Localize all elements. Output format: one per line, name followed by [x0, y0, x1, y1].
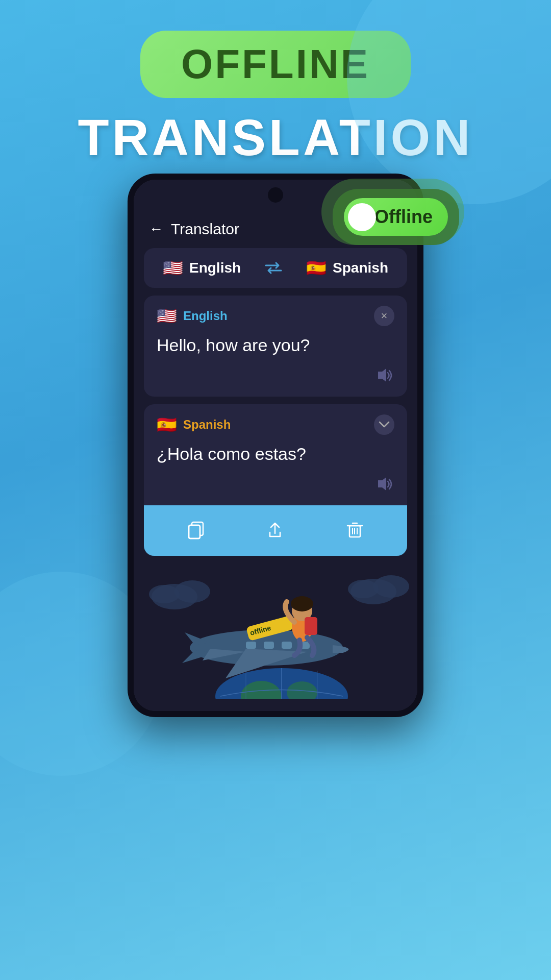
phone-notch [268, 187, 283, 203]
spanish-card-header: 🇪🇸 Spanish [157, 414, 394, 435]
spanish-card-footer [157, 475, 394, 495]
english-card-header: 🇺🇸 English × [157, 306, 394, 326]
close-icon: × [381, 309, 388, 323]
target-language-option[interactable]: 🇪🇸 Spanish [306, 258, 388, 278]
svg-rect-3 [189, 525, 200, 538]
offline-toggle-container: Offline [333, 189, 459, 245]
source-language-name: English [189, 260, 241, 276]
english-card: 🇺🇸 English × Hello, how are you? [144, 296, 407, 397]
svg-point-10 [373, 575, 409, 598]
offline-toggle-bg: Offline [333, 189, 459, 245]
language-bar: 🇺🇸 English 🇪🇸 Spanish [144, 248, 407, 288]
share-button[interactable] [264, 518, 287, 543]
target-flag-icon: 🇪🇸 [306, 258, 327, 278]
english-card-footer [157, 366, 394, 386]
spanish-text: ¿Hola como estas? [157, 443, 394, 465]
source-language-option[interactable]: 🇺🇸 English [163, 258, 241, 278]
phone-screen: ← Translator 🇺🇸 English 🇪🇸 Spanis [134, 180, 417, 711]
copy-button[interactable] [185, 518, 208, 543]
svg-rect-15 [282, 642, 292, 649]
phone-side-button [421, 256, 423, 297]
english-flag-icon: 🇺🇸 [157, 306, 177, 326]
svg-rect-14 [264, 642, 274, 649]
swap-languages-button[interactable] [263, 260, 284, 276]
action-bar [144, 505, 407, 556]
phone-container: Offline ← Translator 🇺🇸 English [117, 174, 434, 717]
svg-rect-22 [305, 617, 317, 635]
svg-point-11 [348, 580, 379, 598]
svg-point-8 [149, 585, 180, 603]
svg-point-7 [174, 580, 210, 603]
spanish-card: 🇪🇸 Spanish ¿Hola como estas? [144, 404, 407, 505]
english-text: Hello, how are you? [157, 334, 394, 356]
target-language-name: Spanish [333, 260, 388, 276]
delete-button[interactable] [343, 518, 366, 543]
toggle-knob [348, 203, 376, 231]
spanish-flag-icon: 🇪🇸 [157, 415, 177, 434]
svg-rect-13 [246, 642, 256, 649]
source-flag-icon: 🇺🇸 [163, 258, 183, 278]
toggle-label: Offline [374, 206, 433, 228]
english-lang-label: 🇺🇸 English [157, 306, 228, 326]
svg-marker-0 [378, 369, 386, 382]
spanish-lang-label: 🇪🇸 Spanish [157, 415, 231, 434]
phone-mockup: ← Translator 🇺🇸 English 🇪🇸 Spanis [128, 174, 423, 717]
expand-spanish-button[interactable] [374, 414, 394, 435]
offline-toggle-switch[interactable]: Offline [344, 198, 448, 236]
english-speaker-button[interactable] [374, 366, 394, 386]
phone-illustration: offline [134, 556, 417, 711]
spanish-speaker-button[interactable] [374, 475, 394, 495]
offline-badge-text: OFFLINE [181, 41, 370, 87]
svg-marker-1 [378, 477, 386, 491]
english-lang-name: English [183, 309, 228, 323]
close-english-button[interactable]: × [374, 306, 394, 326]
screen-title: Translator [171, 220, 239, 238]
spanish-lang-name: Spanish [183, 418, 231, 432]
svg-point-21 [291, 596, 313, 611]
back-arrow-icon[interactable]: ← [149, 221, 163, 237]
illustration-svg: offline [144, 566, 417, 699]
